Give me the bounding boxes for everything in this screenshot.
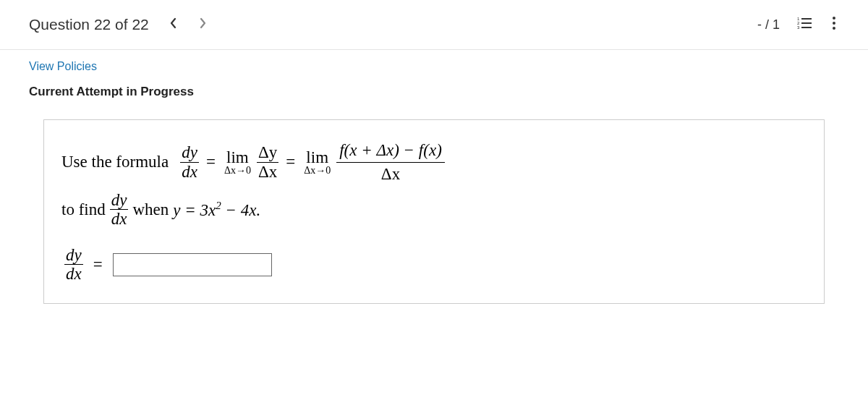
more-options-button[interactable] bbox=[829, 13, 839, 36]
chevron-right-icon bbox=[198, 17, 207, 29]
y-eq: y = 3x bbox=[173, 201, 216, 219]
difference-quotient: f(x + Δx) − f(x) Δx bbox=[336, 140, 445, 184]
ans-frac-num: dy bbox=[64, 246, 83, 265]
equals-2: = bbox=[286, 153, 295, 171]
view-policies-link[interactable]: View Policies bbox=[29, 60, 97, 72]
frac2-den: Δx bbox=[257, 163, 278, 181]
svg-point-6 bbox=[833, 17, 835, 20]
question-list-button[interactable]: 1 2 3 bbox=[794, 14, 814, 35]
lead-text: Use the formula bbox=[61, 153, 169, 171]
fraction-dy-dx-2: dy dx bbox=[110, 191, 129, 229]
frac-num: dy bbox=[180, 143, 199, 162]
function-def: y = 3x2 − 4x. bbox=[173, 200, 260, 220]
to-find-text: to find bbox=[61, 200, 106, 219]
limit-1: lim Δx→0 bbox=[224, 149, 251, 176]
fraction-dy-dx: dy dx bbox=[180, 143, 199, 181]
prev-question-button[interactable] bbox=[166, 14, 181, 35]
equals-answer: = bbox=[93, 255, 103, 274]
answer-row: dy dx = bbox=[61, 246, 807, 284]
frac-num-2: dy bbox=[110, 191, 129, 210]
question-box: Use the formula dy dx = lim Δx→0 Δy Δx =… bbox=[43, 119, 825, 304]
lim-label-2: lim bbox=[306, 149, 328, 166]
minus-4x: − 4x. bbox=[221, 201, 260, 219]
when-text: when bbox=[132, 200, 169, 219]
frac-den: dx bbox=[180, 163, 199, 181]
question-header: Question 22 of 22 - / 1 1 2 3 bbox=[0, 0, 868, 50]
chevron-left-icon bbox=[169, 17, 178, 29]
svg-point-8 bbox=[833, 27, 835, 30]
lim-label: lim bbox=[226, 149, 249, 166]
frac2-num: Δy bbox=[257, 143, 278, 162]
nav-arrows bbox=[166, 14, 210, 35]
next-question-button[interactable] bbox=[195, 14, 210, 35]
list-icon: 1 2 3 bbox=[797, 17, 812, 30]
limit-2: lim Δx→0 bbox=[304, 149, 331, 176]
formula-line-2: to find dy dx when y = 3x2 − 4x. bbox=[61, 191, 807, 229]
lim-sub-2: Δx→0 bbox=[304, 166, 331, 176]
formula-line-1: Use the formula dy dx = lim Δx→0 Δy Δx =… bbox=[61, 140, 807, 184]
answer-input[interactable] bbox=[113, 253, 272, 276]
subheader: View Policies bbox=[0, 50, 868, 77]
frac-den-2: dx bbox=[110, 210, 129, 228]
ans-frac-den: dx bbox=[64, 265, 83, 283]
equals-1: = bbox=[206, 153, 216, 171]
question-number-label: Question 22 of 22 bbox=[29, 16, 149, 33]
header-right: - / 1 1 2 3 bbox=[757, 13, 839, 36]
more-vertical-icon bbox=[832, 16, 836, 30]
fraction-dy-dxDelta: Δy Δx bbox=[257, 143, 278, 181]
attempt-status: Current Attempt in Progress bbox=[0, 77, 868, 112]
exponent-2: 2 bbox=[216, 200, 221, 211]
bigfrac-num: f(x + Δx) − f(x) bbox=[336, 140, 445, 163]
bigfrac-den: Δx bbox=[378, 163, 403, 184]
header-left: Question 22 of 22 bbox=[29, 14, 210, 35]
svg-text:3: 3 bbox=[797, 25, 800, 30]
svg-point-7 bbox=[833, 22, 835, 25]
fraction-dy-dx-answer: dy dx bbox=[64, 246, 83, 284]
lim-sub: Δx→0 bbox=[224, 166, 251, 176]
score-display: - / 1 bbox=[757, 17, 780, 33]
